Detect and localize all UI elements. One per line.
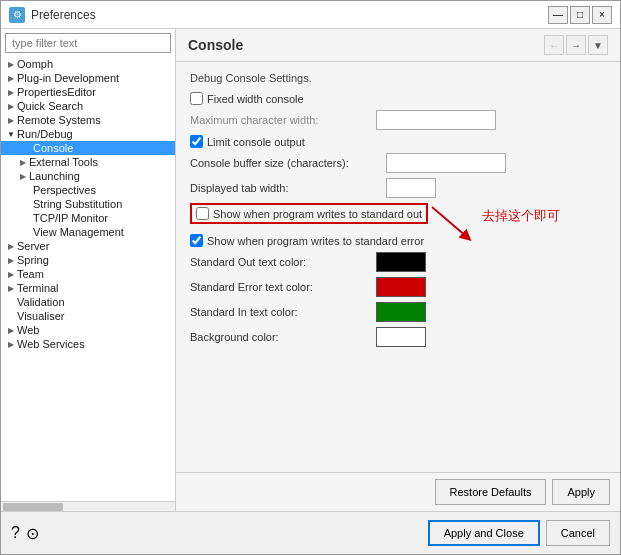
- arrow-web: ▶: [5, 324, 17, 336]
- tab-width-input[interactable]: 8: [386, 178, 436, 198]
- apply-and-close-button[interactable]: Apply and Close: [428, 520, 540, 546]
- red-arrow-svg: [422, 202, 482, 252]
- stderr-label[interactable]: Show when program writes to standard err…: [190, 234, 424, 247]
- close-button[interactable]: ×: [592, 6, 612, 24]
- tree-item-plugin-dev[interactable]: ▶ Plug-in Development: [1, 71, 175, 85]
- apply-button[interactable]: Apply: [552, 479, 610, 505]
- tab-width-row: Displayed tab width: 8: [190, 178, 606, 198]
- right-body: Debug Console Settings. Fixed width cons…: [176, 62, 620, 472]
- fixed-width-checkbox[interactable]: [190, 92, 203, 105]
- cancel-button[interactable]: Cancel: [546, 520, 610, 546]
- tree-item-properties-editor[interactable]: ▶ PropertiesEditor: [1, 85, 175, 99]
- arrow-plugin-dev: ▶: [5, 72, 17, 84]
- right-header: Console ← → ▼: [176, 29, 620, 62]
- arrow-run-debug: ▼: [5, 128, 17, 140]
- stdout-row: Show when program writes to standard out: [190, 203, 606, 229]
- arrow-console: [21, 142, 33, 154]
- tree-item-tcp-monitor[interactable]: TCP/IP Monitor: [1, 211, 175, 225]
- stderr-color-row: Standard Error text color:: [190, 277, 606, 297]
- tree-item-web-services[interactable]: ▶ Web Services: [1, 337, 175, 351]
- svg-line-0: [432, 207, 467, 237]
- label-run-debug: Run/Debug: [17, 128, 171, 140]
- section-description: Debug Console Settings.: [190, 72, 606, 84]
- tree-item-spring[interactable]: ▶ Spring: [1, 253, 175, 267]
- bg-color-swatch[interactable]: [376, 327, 426, 347]
- tree-item-remote-systems[interactable]: ▶ Remote Systems: [1, 113, 175, 127]
- title-bar-left: ⚙ Preferences: [9, 7, 96, 23]
- tree-item-oomph[interactable]: ▶ Oomph: [1, 57, 175, 71]
- arrow-tcp-monitor: [21, 212, 33, 224]
- buffer-size-label: Console buffer size (characters):: [190, 157, 380, 169]
- max-char-input[interactable]: 80: [376, 110, 496, 130]
- tree-item-visualiser[interactable]: Visualiser: [1, 309, 175, 323]
- stdout-color-swatch[interactable]: [376, 252, 426, 272]
- window-controls: — □ ×: [548, 6, 612, 24]
- stderr-checkbox[interactable]: [190, 234, 203, 247]
- left-scrollbar-thumb: [3, 503, 63, 511]
- tree-item-view-mgmt[interactable]: View Management: [1, 225, 175, 239]
- tree-container: ▶ Oomph ▶ Plug-in Development ▶ Properti…: [1, 57, 175, 501]
- minimize-button[interactable]: —: [548, 6, 568, 24]
- back-button[interactable]: ←: [544, 35, 564, 55]
- label-perspectives: Perspectives: [33, 184, 171, 196]
- window-title: Preferences: [31, 8, 96, 22]
- tree-item-server[interactable]: ▶ Server: [1, 239, 175, 253]
- dropdown-button[interactable]: ▼: [588, 35, 608, 55]
- tree-item-quick-search[interactable]: ▶ Quick Search: [1, 99, 175, 113]
- right-panel: Console ← → ▼ Debug Console Settings. Fi…: [176, 29, 620, 511]
- arrow-external-tools: ▶: [17, 156, 29, 168]
- stdout-checkbox[interactable]: [196, 207, 209, 220]
- annotation-container: 去掉这个即可: [432, 207, 560, 225]
- tree-item-web[interactable]: ▶ Web: [1, 323, 175, 337]
- main-content: ▶ Oomph ▶ Plug-in Development ▶ Properti…: [1, 29, 620, 511]
- bg-color-label: Background color:: [190, 331, 370, 343]
- arrow-string-sub: [21, 198, 33, 210]
- buffer-size-input[interactable]: 80000: [386, 153, 506, 173]
- stdout-text: Show when program writes to standard out: [213, 208, 422, 220]
- arrow-terminal: ▶: [5, 282, 17, 294]
- left-scrollbar[interactable]: [1, 501, 175, 511]
- tree-item-string-sub[interactable]: String Substitution: [1, 197, 175, 211]
- tab-width-label: Displayed tab width:: [190, 182, 380, 194]
- limit-output-label[interactable]: Limit console output: [190, 135, 305, 148]
- restore-defaults-button[interactable]: Restore Defaults: [435, 479, 547, 505]
- label-quick-search: Quick Search: [17, 100, 171, 112]
- info-icon[interactable]: ⊙: [26, 524, 39, 543]
- label-team: Team: [17, 268, 171, 280]
- label-web-services: Web Services: [17, 338, 171, 350]
- tree-item-validation[interactable]: Validation: [1, 295, 175, 309]
- maximize-button[interactable]: □: [570, 6, 590, 24]
- tree-item-external-tools[interactable]: ▶ External Tools: [1, 155, 175, 169]
- arrow-validation: [5, 296, 17, 308]
- tree-item-perspectives[interactable]: Perspectives: [1, 183, 175, 197]
- stdout-color-row: Standard Out text color:: [190, 252, 606, 272]
- tree-item-console[interactable]: Console: [1, 141, 175, 155]
- stderr-row: Show when program writes to standard err…: [190, 234, 606, 247]
- tree-item-team[interactable]: ▶ Team: [1, 267, 175, 281]
- forward-button[interactable]: →: [566, 35, 586, 55]
- label-external-tools: External Tools: [29, 156, 171, 168]
- bottom-left-icons: ? ⊙: [11, 524, 39, 543]
- stdin-color-swatch[interactable]: [376, 302, 426, 322]
- preferences-window: ⚙ Preferences — □ × ▶ Oomph ▶ Plug-in De…: [0, 0, 621, 555]
- stderr-color-swatch[interactable]: [376, 277, 426, 297]
- label-oomph: Oomph: [17, 58, 171, 70]
- stdin-color-row: Standard In text color:: [190, 302, 606, 322]
- stdout-label[interactable]: Show when program writes to standard out: [196, 207, 422, 220]
- tree-item-launching[interactable]: ▶ Launching: [1, 169, 175, 183]
- help-icon[interactable]: ?: [11, 524, 20, 542]
- fixed-width-label[interactable]: Fixed width console: [190, 92, 304, 105]
- limit-output-row: Limit console output: [190, 135, 606, 148]
- filter-input[interactable]: [5, 33, 171, 53]
- label-server: Server: [17, 240, 171, 252]
- max-char-label: Maximum character width:: [190, 114, 370, 126]
- arrow-perspectives: [21, 184, 33, 196]
- stderr-text: Show when program writes to standard err…: [207, 235, 424, 247]
- max-char-row: Maximum character width: 80: [190, 110, 606, 130]
- buffer-size-row: Console buffer size (characters): 80000: [190, 153, 606, 173]
- tree-item-terminal[interactable]: ▶ Terminal: [1, 281, 175, 295]
- title-bar: ⚙ Preferences — □ ×: [1, 1, 620, 29]
- limit-output-text: Limit console output: [207, 136, 305, 148]
- limit-output-checkbox[interactable]: [190, 135, 203, 148]
- tree-item-run-debug[interactable]: ▼ Run/Debug: [1, 127, 175, 141]
